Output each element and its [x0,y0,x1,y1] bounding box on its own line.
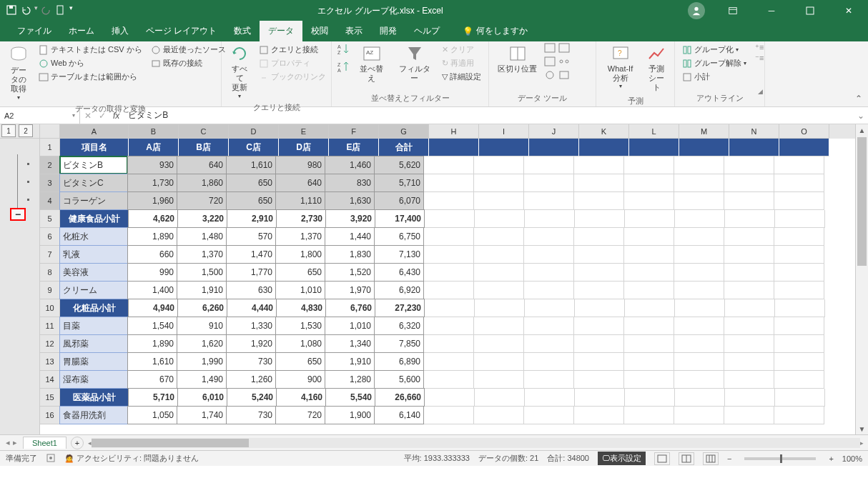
column-header[interactable]: M [679,124,729,139]
cell-value[interactable]: 2,910 [227,209,277,228]
macro-record-icon[interactable] [46,453,56,464]
cell-value[interactable]: 980 [275,156,325,174]
page-layout-view-button[interactable] [679,452,694,465]
cell[interactable] [524,317,574,335]
cell-value[interactable]: 1,480 [177,227,227,246]
cell[interactable] [474,371,524,389]
cell-value[interactable]: 1,340 [325,334,375,353]
cell[interactable] [525,210,575,228]
cell-value[interactable]: 6,260 [177,299,227,317]
tab-nav-prev-icon[interactable]: ◂ [6,438,10,447]
cell[interactable] [574,335,624,353]
undo-dropdown-icon[interactable]: ▾ [34,4,38,18]
group-button[interactable]: グループ化 ▾ [679,43,749,56]
horizontal-scrollbar[interactable]: ◂ ▸ [88,438,864,448]
column-header[interactable]: H [429,124,479,139]
column-header[interactable]: J [529,124,579,139]
cell[interactable] [579,139,629,156]
cell[interactable] [424,246,474,264]
cell[interactable] [424,264,474,282]
cell-value[interactable]: 1,370 [177,245,227,264]
cell[interactable] [424,371,474,389]
collapse-ribbon-icon[interactable]: ⌃ [855,94,862,104]
cell[interactable] [774,282,824,299]
cell-label[interactable]: コラーゲン [59,191,128,210]
cell[interactable] [424,335,474,353]
cell-value[interactable]: 4,440 [227,299,277,317]
cell-value[interactable]: 990 [127,263,177,282]
cell[interactable] [624,264,674,282]
cell-value[interactable]: 650 [226,191,276,210]
cell-value[interactable]: 6,890 [374,352,424,371]
cell-value[interactable]: 1,500 [177,263,227,282]
cell-value[interactable]: 1,920 [226,334,276,353]
cell-value[interactable]: 1,260 [226,370,276,389]
cell-value[interactable]: 1,470 [226,245,276,264]
cell[interactable] [574,192,624,210]
cell-value[interactable]: 1,970 [325,281,375,299]
cell[interactable] [679,139,729,156]
cell[interactable] [524,264,574,282]
cell[interactable] [524,353,574,371]
cell[interactable] [724,371,774,389]
cell[interactable] [424,174,474,192]
cell-value[interactable]: 4,940 [128,299,178,317]
cell-value[interactable]: 1,610 [127,352,177,371]
close-button[interactable]: ✕ [832,0,865,21]
maximize-button[interactable] [794,0,827,21]
cell-value[interactable]: 1,890 [127,334,177,353]
cell[interactable] [474,228,524,246]
cell[interactable] [425,299,475,317]
get-data-button[interactable]: データの 取得▾ [4,43,33,102]
data-model-icon[interactable] [558,70,570,82]
cell[interactable] [424,317,474,335]
cell-label[interactable]: ビタミンB [59,156,128,174]
expand-formula-bar-icon[interactable]: ⌄ [854,111,868,121]
cell[interactable] [624,407,674,424]
cell[interactable] [479,139,529,156]
cell-value[interactable]: 630 [226,281,276,299]
row-header[interactable]: 12 [40,335,60,353]
cell-value[interactable]: 1,860 [177,174,227,192]
cell[interactable] [724,246,774,264]
cell[interactable] [774,371,824,389]
undo-icon[interactable] [20,4,31,18]
cell[interactable] [725,389,775,407]
save-icon[interactable] [6,4,17,18]
cell-value[interactable]: 1,520 [325,263,375,282]
subtotal-button[interactable]: 小計 [679,70,749,84]
cell[interactable] [724,174,774,192]
row-header[interactable]: 10 [40,299,60,317]
sort-desc-button[interactable]: ZA [336,61,350,76]
row-header[interactable]: 14 [40,371,60,389]
cell[interactable] [775,299,825,317]
scroll-right-icon[interactable]: ▸ [860,439,864,447]
cell[interactable] [524,174,574,192]
cell[interactable] [574,228,624,246]
cell-value[interactable]: 570 [226,227,276,246]
accessibility-status[interactable]: 🙍 アクセシビリティ: 問題ありません [64,453,199,464]
from-table-button[interactable]: テーブルまたは範囲から [36,70,145,84]
cell-label[interactable]: 目薬 [59,317,128,335]
row-header[interactable]: 6 [40,228,60,246]
cell[interactable] [524,228,574,246]
cell[interactable] [674,246,724,264]
cell-value[interactable]: 1,370 [275,227,325,246]
cell[interactable] [574,264,624,282]
flash-fill-icon[interactable] [544,43,556,55]
cell-value[interactable]: 3,220 [177,209,227,228]
cell[interactable] [474,335,524,353]
outline-dialog-launcher[interactable]: ◢ [758,88,763,95]
cell-value[interactable]: 6,760 [325,299,375,317]
row-header[interactable]: 8 [40,264,60,282]
cell[interactable] [475,210,525,228]
header-cell[interactable]: D店 [279,139,329,156]
cell[interactable] [574,317,624,335]
remove-duplicates-icon[interactable] [544,56,556,69]
cell[interactable] [725,210,775,228]
header-cell[interactable]: C店 [229,139,279,156]
cell[interactable] [425,210,475,228]
cell[interactable] [774,192,824,210]
cell-value[interactable]: 1,460 [325,156,375,174]
cell-value[interactable]: 6,140 [374,406,424,424]
